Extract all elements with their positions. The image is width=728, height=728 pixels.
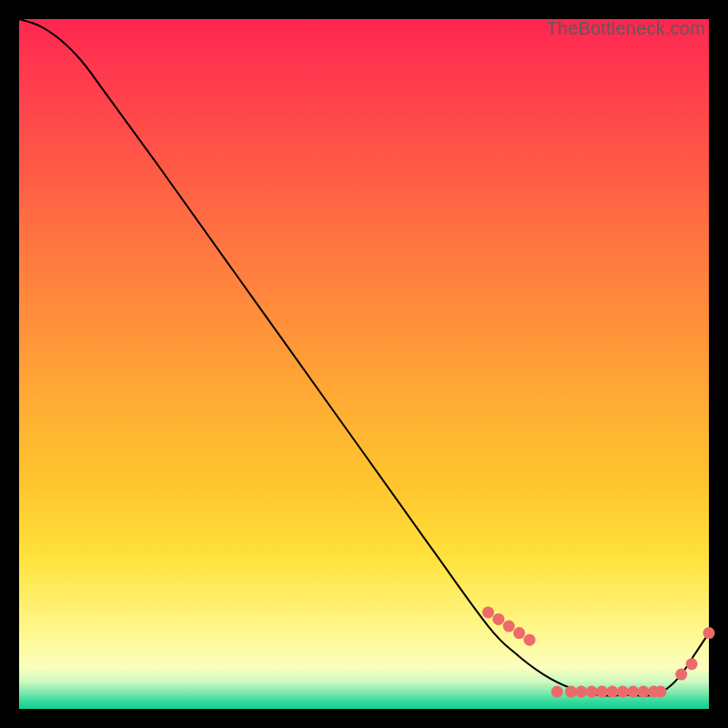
data-point	[627, 686, 639, 698]
data-point	[686, 658, 698, 670]
curve-layer	[19, 19, 709, 709]
data-point	[575, 686, 587, 698]
data-point	[503, 621, 515, 632]
data-point	[523, 634, 535, 646]
data-point	[586, 686, 598, 698]
chart-frame: TheBottleneck.com	[19, 19, 709, 709]
data-point	[513, 627, 525, 639]
data-point	[565, 686, 577, 698]
data-point	[703, 627, 715, 639]
data-point	[675, 669, 687, 681]
highlight-dots	[482, 606, 715, 697]
data-point	[606, 686, 618, 698]
data-point	[551, 686, 563, 698]
main-curve	[19, 19, 709, 695]
data-point	[482, 606, 494, 618]
data-point	[617, 686, 629, 698]
data-point	[596, 686, 608, 698]
data-point	[637, 686, 649, 698]
data-point	[654, 686, 666, 698]
data-point	[492, 613, 504, 625]
